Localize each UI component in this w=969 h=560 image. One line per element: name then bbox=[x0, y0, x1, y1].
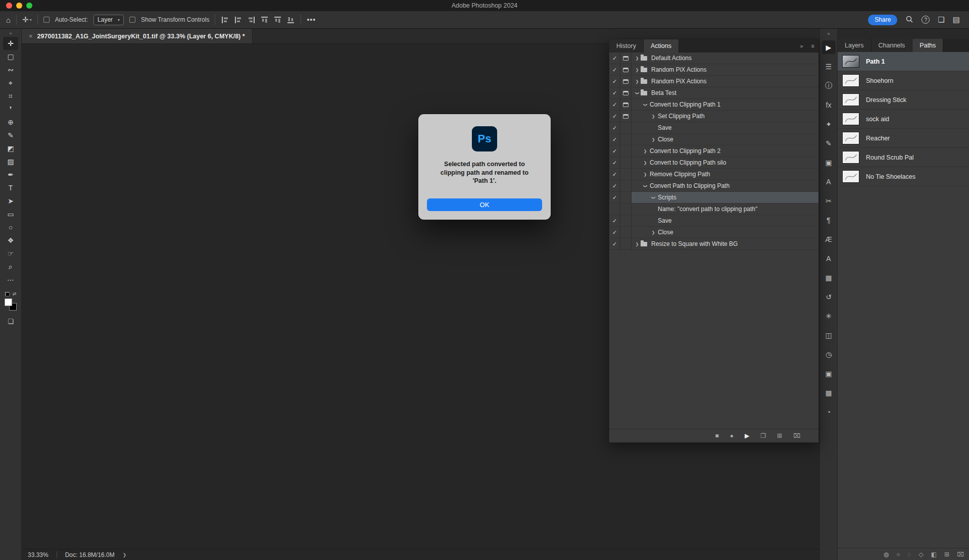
modal-control-toggle[interactable] bbox=[620, 192, 632, 203]
path-row[interactable]: sock aid bbox=[838, 110, 969, 129]
load-path-as-selection-icon[interactable]: ◌ bbox=[907, 551, 911, 558]
navigator-panel-icon[interactable]: ▣ bbox=[822, 367, 836, 380]
stroke-path-icon[interactable]: ○ bbox=[896, 551, 900, 558]
action-row-content[interactable]: ❯ Default Actions bbox=[632, 53, 818, 64]
stop-playing-icon[interactable]: ■ bbox=[715, 432, 719, 439]
path-thumbnail[interactable] bbox=[842, 151, 859, 164]
toolbar-collapse-icon[interactable]: » bbox=[9, 29, 12, 37]
expand-panels-icon[interactable]: « bbox=[827, 29, 830, 40]
help-icon[interactable]: ? bbox=[922, 16, 930, 24]
quick-selection-tool[interactable]: ⌖ bbox=[3, 76, 18, 89]
modal-control-toggle[interactable] bbox=[620, 145, 632, 157]
action-row[interactable]: ✓ ❯ Random PiX Actions bbox=[609, 64, 818, 76]
action-toggle-checkbox[interactable]: ✓ bbox=[609, 87, 620, 98]
brush-settings-panel-icon[interactable]: ✎ bbox=[822, 136, 836, 150]
history-panel-icon[interactable]: ↺ bbox=[822, 290, 836, 303]
move-tool[interactable]: ✛ bbox=[3, 37, 18, 50]
action-toggle-checkbox[interactable]: ✓ bbox=[609, 215, 620, 226]
action-row[interactable]: ✓ ❯ Convert to Clipping Path 2 bbox=[609, 145, 818, 157]
swap-colors-icon[interactable]: ⇄ bbox=[13, 291, 17, 296]
custom-shape-tool[interactable]: ❖ bbox=[3, 234, 18, 247]
action-row-content[interactable]: Save bbox=[632, 215, 818, 226]
action-toggle-checkbox[interactable]: ✓ bbox=[609, 238, 620, 249]
brush-tool[interactable]: ✎ bbox=[3, 129, 18, 142]
fx-panel-icon[interactable]: fx bbox=[822, 98, 836, 112]
path-row[interactable]: Round Scrub Pal bbox=[838, 148, 969, 167]
path-row[interactable]: No Tie Shoelaces bbox=[838, 167, 969, 186]
delete-path-icon[interactable]: ⌧ bbox=[957, 551, 964, 558]
action-row[interactable]: ✓ ❯ Close bbox=[609, 134, 818, 145]
make-work-path-icon[interactable]: ◇ bbox=[919, 551, 924, 558]
path-thumbnail[interactable] bbox=[842, 132, 859, 144]
action-row[interactable]: ✓ ❯ Random PiX Actions bbox=[609, 76, 818, 87]
action-row[interactable]: ✓ ❯ Convert to Clipping Path silo bbox=[609, 157, 818, 169]
modal-control-toggle[interactable] bbox=[620, 87, 632, 98]
tab-actions[interactable]: Actions bbox=[644, 39, 679, 53]
properties-panel-icon[interactable]: ☰ bbox=[822, 60, 836, 73]
action-row[interactable]: ✓ ❯ Default Actions bbox=[609, 53, 818, 64]
align-right-icon[interactable] bbox=[247, 16, 256, 24]
action-toggle-checkbox[interactable]: ✓ bbox=[609, 111, 620, 122]
modal-control-toggle[interactable] bbox=[620, 169, 632, 180]
collapse-panel-icon[interactable]: » bbox=[796, 43, 807, 49]
type-tool[interactable]: T bbox=[3, 181, 18, 194]
action-row[interactable]: ✓ ❯ Convert Path to Clipping Path bbox=[609, 180, 818, 192]
expand-arrow-icon[interactable]: ❯ bbox=[651, 194, 656, 201]
adjustments-panel-icon[interactable]: ◔ bbox=[822, 405, 836, 419]
hand-tool[interactable]: ☞ bbox=[3, 247, 18, 260]
modal-control-toggle[interactable] bbox=[620, 157, 632, 168]
path-thumbnail[interactable] bbox=[842, 170, 859, 183]
action-row-content[interactable]: ❯ Beta Test bbox=[632, 87, 818, 98]
character-panel-icon[interactable]: A bbox=[822, 175, 836, 188]
action-row[interactable]: ✓ ❯ Remove Clipping Path bbox=[609, 169, 818, 180]
share-button[interactable]: Share bbox=[868, 15, 897, 25]
modal-control-toggle[interactable] bbox=[620, 203, 632, 215]
timeline-panel-icon[interactable]: ◷ bbox=[822, 347, 836, 361]
action-row[interactable]: ✓ ❯ Beta Test bbox=[609, 87, 818, 99]
panel-menu-icon[interactable]: ≡ bbox=[807, 43, 818, 49]
actions-panel-icon[interactable]: ▶ bbox=[822, 40, 836, 54]
action-toggle-checkbox[interactable]: ✓ bbox=[609, 53, 620, 64]
begin-recording-icon[interactable]: ● bbox=[730, 432, 734, 439]
crop-tool[interactable]: ⌗ bbox=[3, 89, 18, 103]
action-toggle-checkbox[interactable] bbox=[609, 203, 620, 215]
align-bottom-icon[interactable] bbox=[287, 16, 295, 24]
tab-channels[interactable]: Channels bbox=[871, 39, 913, 52]
play-selection-icon[interactable]: ▶ bbox=[745, 432, 749, 439]
home-icon[interactable]: ⌂ bbox=[6, 16, 11, 24]
expand-arrow-icon[interactable]: ❯ bbox=[642, 172, 649, 177]
path-row[interactable]: Dressing Stick bbox=[838, 90, 969, 110]
action-row-content[interactable]: ❯ Random PiX Actions bbox=[632, 76, 818, 87]
align-middle-vertical-icon[interactable] bbox=[274, 16, 281, 24]
path-selection-tool[interactable]: ➤ bbox=[3, 194, 18, 208]
more-tools[interactable]: ⋯ bbox=[3, 273, 18, 286]
info-panel-icon[interactable]: ⓘ bbox=[822, 79, 836, 92]
delete-action-icon[interactable]: ⌧ bbox=[793, 432, 800, 439]
action-toggle-checkbox[interactable]: ✓ bbox=[609, 122, 620, 133]
path-row[interactable]: Path 1 bbox=[838, 52, 969, 71]
action-row[interactable]: ✓ ❯ Scripts bbox=[609, 192, 818, 203]
action-toggle-checkbox[interactable]: ✓ bbox=[609, 169, 620, 180]
action-row-content[interactable]: ❯ Close bbox=[632, 227, 818, 238]
expand-arrow-icon[interactable]: ❯ bbox=[643, 182, 648, 189]
status-chevron-icon[interactable]: ❯ bbox=[123, 552, 127, 557]
tab-layers[interactable]: Layers bbox=[838, 39, 871, 52]
expand-arrow-icon[interactable]: ❯ bbox=[642, 149, 649, 154]
move-tool-preset-icon[interactable]: ✛▾ bbox=[22, 15, 32, 24]
ok-button[interactable]: OK bbox=[427, 198, 542, 211]
action-row[interactable]: ✓ ❯ Resize to Square with White BG bbox=[609, 238, 818, 250]
auto-select-target-dropdown[interactable]: Layer ▾ bbox=[93, 15, 124, 25]
modal-control-toggle[interactable] bbox=[620, 53, 632, 64]
modal-control-toggle[interactable] bbox=[620, 111, 632, 122]
modal-control-toggle[interactable] bbox=[620, 64, 632, 75]
close-tab-icon[interactable]: × bbox=[29, 32, 33, 40]
action-row[interactable]: ✓ Save bbox=[609, 122, 818, 134]
action-row-content[interactable]: ❯ Remove Clipping Path bbox=[632, 169, 818, 180]
action-row[interactable]: ✓ ❯ Convert to Clipping Path 1 bbox=[609, 99, 818, 111]
scissors-panel-icon[interactable]: ✂ bbox=[822, 194, 836, 208]
expand-arrow-icon[interactable]: ❯ bbox=[635, 89, 640, 96]
action-row[interactable]: ✓ ❯ Close bbox=[609, 227, 818, 238]
tab-history[interactable]: History bbox=[609, 39, 644, 53]
action-row[interactable]: ✓ Save bbox=[609, 215, 818, 227]
glyphs-panel-icon[interactable]: Æ bbox=[822, 232, 836, 246]
